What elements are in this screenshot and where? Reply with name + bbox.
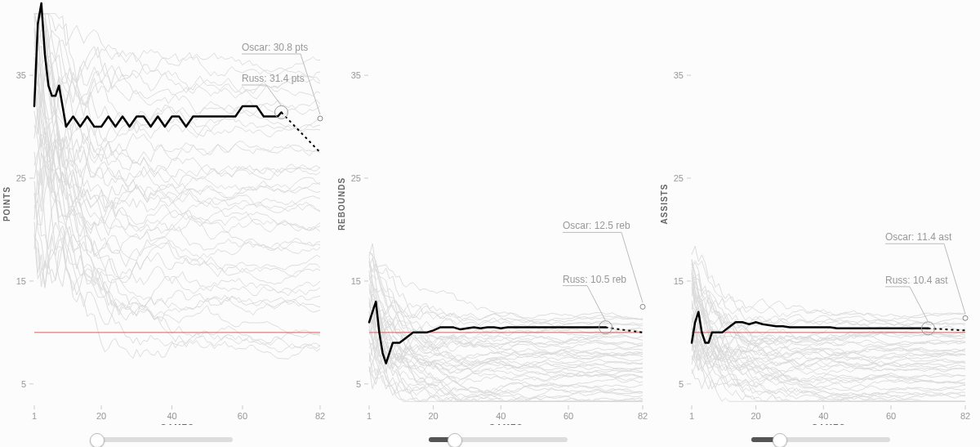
x-tick-label: 1 xyxy=(689,411,694,421)
x-tick-label: 1 xyxy=(367,411,372,421)
background-line xyxy=(34,16,320,120)
slider-points[interactable] xyxy=(94,433,233,446)
x-axis-label: GAMES xyxy=(812,423,846,425)
oscar-marker xyxy=(640,304,645,309)
annotation-russ: Russ: 10.5 reb xyxy=(563,274,626,285)
x-axis-label: GAMES xyxy=(160,423,194,425)
background-line xyxy=(692,325,965,370)
annotation-oscar: Oscar: 30.8 pts xyxy=(242,42,308,53)
slider-rebounds[interactable] xyxy=(429,433,568,446)
y-tick-label: 35 xyxy=(351,70,361,80)
chart-row: 5152535120406082GAMESPOINTSOscar: 30.8 p… xyxy=(0,0,980,447)
y-tick-label: 25 xyxy=(351,173,361,183)
x-tick-label: 40 xyxy=(167,411,176,421)
y-tick-label: 15 xyxy=(351,276,361,286)
x-tick-label: 40 xyxy=(818,411,828,421)
x-tick-label: 20 xyxy=(428,411,438,421)
y-tick-label: 5 xyxy=(21,379,26,389)
x-tick-label: 82 xyxy=(960,411,970,421)
background-line xyxy=(34,105,320,284)
annotation-oscar: Oscar: 12.5 reb xyxy=(563,220,630,231)
annotation-russ: Russ: 31.4 pts xyxy=(242,73,305,84)
background-line xyxy=(34,14,320,316)
annotation-oscar: Oscar: 11.4 ast xyxy=(885,231,952,243)
x-tick-label: 60 xyxy=(564,411,573,421)
y-axis-label: REBOUNDS xyxy=(337,177,346,230)
x-tick-label: 82 xyxy=(315,411,325,421)
y-tick-label: 5 xyxy=(356,379,361,389)
y-tick-label: 35 xyxy=(674,70,684,80)
oscar-marker xyxy=(963,315,968,320)
projection-line xyxy=(281,112,320,152)
x-tick-label: 1 xyxy=(32,411,37,421)
panel-points: 5152535120406082GAMESPOINTSOscar: 30.8 p… xyxy=(0,0,335,447)
y-tick-label: 15 xyxy=(674,276,684,286)
y-tick-label: 15 xyxy=(16,276,26,286)
panel-assists: 5152535120406082GAMESASSISTSOscar: 11.4 … xyxy=(657,0,980,447)
y-tick-label: 35 xyxy=(16,70,26,80)
y-tick-label: 25 xyxy=(16,173,26,183)
x-tick-label: 20 xyxy=(751,411,760,421)
background-line xyxy=(34,14,320,335)
y-tick-label: 25 xyxy=(674,173,684,183)
oscar-marker xyxy=(318,116,323,121)
y-axis-label: ASSISTS xyxy=(660,184,669,225)
x-tick-label: 40 xyxy=(496,411,506,421)
y-axis-label: POINTS xyxy=(2,186,11,221)
background-line xyxy=(34,42,320,360)
x-tick-label: 82 xyxy=(638,411,648,421)
y-tick-label: 5 xyxy=(679,379,684,389)
x-axis-label: GAMES xyxy=(489,423,523,425)
slider-assists[interactable] xyxy=(751,433,890,446)
annotation-russ: Russ: 10.4 ast xyxy=(885,275,948,286)
x-tick-label: 60 xyxy=(238,411,247,421)
background-line xyxy=(34,114,320,194)
panel-rebounds: 5152535120406082GAMESREBOUNDSOscar: 12.5… xyxy=(335,0,657,447)
x-tick-label: 20 xyxy=(96,411,106,421)
x-tick-label: 60 xyxy=(886,411,896,421)
